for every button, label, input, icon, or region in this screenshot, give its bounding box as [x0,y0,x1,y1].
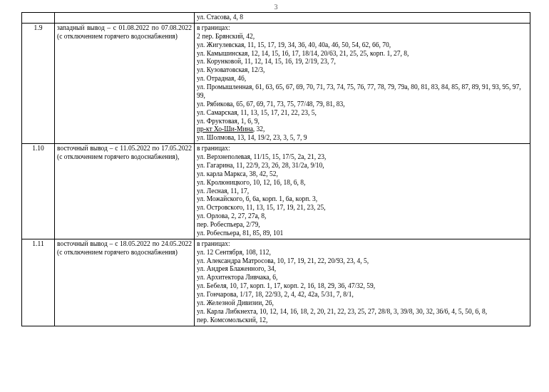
page-number: 3 [21,3,530,11]
address-line: ул. Бебеля, 10, 17, корп. 1, 17, корп. 2… [197,282,528,291]
address-line: ул. Орлова, 2, 27, 27а, 8, [197,212,528,221]
row-addresses: в границах:ул. 12 Сентября, 108, 112,ул.… [195,239,530,326]
address-line: ул. Робеспьера, 81, 85, 89, 101 [197,229,528,238]
table-row: 1.10восточный вывод – с 11.05.2022 по 17… [22,144,530,239]
outage-table: ул. Стасова, 4, 81.9западный вывод – с 0… [21,12,530,326]
address-line: ул. Гончарова, 1/17, 18, 22/93, 2, 4, 42… [197,291,528,299]
address-line: ул. Промышленная, 61, 63, 65, 67, 69, 70… [197,83,528,100]
address-line: ул. 12 Сентября, 108, 112, [197,249,528,257]
address-line: пр-кт Хо-Ши-Мина, 32, [197,125,528,134]
row-number: 1.9 [22,23,55,143]
address-line: ул. карла Маркса, 38, 42, 52, [197,170,528,179]
address-line: ул. Жигулевская, 11, 15, 17, 19, 34, 36,… [197,41,528,50]
row-addresses: в границах:ул. Верхнеполевая, 11/15, 15,… [195,144,530,239]
address-line: ул. Лесная, 11, 17, [197,187,528,196]
address-line: ул. Корунковой, 11, 12, 14, 15, 16, 19, … [197,58,528,66]
row-number: 1.11 [22,239,55,326]
table-row: 1.9западный вывод – с 01.08.2022 по 07.0… [22,23,530,143]
address-line: ул. Верхнеполевая, 11/15, 15, 17/5, 2а, … [197,153,528,162]
address-line: ул. Кузоватовская, 12/3, [197,66,528,75]
address-line: ул. Александра Матросова, 10, 17, 19, 21… [197,257,528,266]
row-description: восточный вывод – с 18.05.2022 по 24.05.… [55,239,195,326]
address-line: в границах: [197,24,528,33]
row-number: 1.10 [22,144,55,239]
address-line: в границах: [197,240,528,249]
address-line: ул. Фруктовая, 1, 6, 9, [197,118,528,126]
row-description [55,13,195,24]
row-addresses: в границах:2 пер. Брянский, 42,ул. Жигул… [195,23,530,143]
address-line: ул. Камышинская, 12, 14, 15, 16, 17, 18/… [197,50,528,58]
address-line: ул. Шолмова, 13, 14, 19/2, 23, 3, 5, 7, … [197,134,528,143]
address-line: ул. Стасова, 4, 8 [197,14,528,22]
address-line: ул. Рябикова, 65, 67, 69, 71, 73, 75, 77… [197,100,528,109]
address-line: ул. Самарская, 11, 13, 15, 17, 21, 22, 2… [197,109,528,118]
address-line: ул. Отрадная, 46, [197,75,528,83]
address-line: ул. Островского, 11, 13, 15, 17, 19, 21,… [197,204,528,212]
address-line: пер. Робеспьера, 2/79, [197,221,528,229]
address-line: ул. Можайского, 6, 6а, корп. 1, 6а, корп… [197,195,528,204]
table-row: 1.11восточный вывод – с 18.05.2022 по 24… [22,239,530,326]
row-description: западный вывод – с 01.08.2022 по 07.08.2… [55,23,195,143]
address-line: ул. Архитектора Ливчака, 6, [197,274,528,282]
table-row: ул. Стасова, 4, 8 [22,13,530,24]
address-line: в границах: [197,145,528,153]
row-addresses: ул. Стасова, 4, 8 [195,13,530,24]
address-line: 2 пер. Брянский, 42, [197,33,528,41]
address-line: ул. Карла Либкнехта, 10, 12, 14, 16, 18,… [197,308,528,316]
address-line: пер. Комсомольский, 12, [197,316,528,325]
address-line: ул. Андрея Блаженного, 34, [197,265,528,274]
address-line: ул. Кролюницкого, 10, 12, 16, 18, 6, 8, [197,179,528,187]
row-description: восточный вывод – с 11.05.2022 по 17.05.… [55,144,195,239]
row-number [22,13,55,24]
address-line: ул. Гагарина, 11, 22/9, 23, 26, 28, 31/2… [197,162,528,170]
address-line: ул. Железной Дивизии, 26, [197,299,528,308]
